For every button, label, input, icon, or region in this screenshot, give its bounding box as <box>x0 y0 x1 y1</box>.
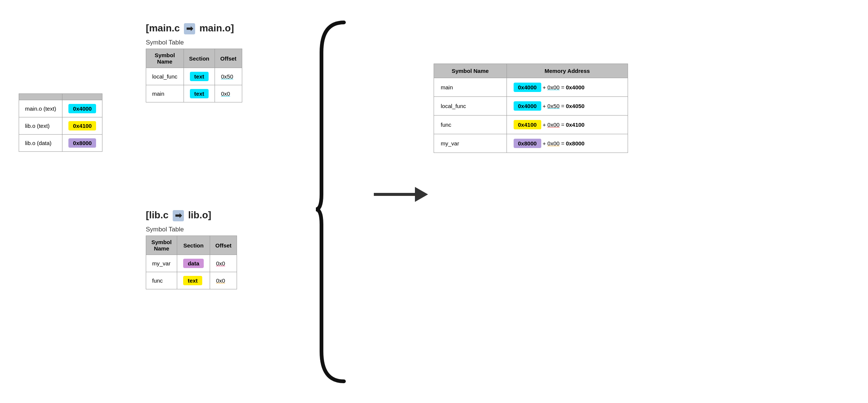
eq-sign: = <box>561 103 564 109</box>
eq-sign: = <box>561 140 564 147</box>
lib-symbol-label: Symbol Table <box>146 226 237 233</box>
layout-sections-panel: main.o (text) 0x4000 lib.o (text) 0x4100… <box>19 90 102 152</box>
layout-col-section <box>19 94 62 100</box>
section-badge: text <box>183 276 202 285</box>
lib-symbol-section: data <box>177 255 210 272</box>
eq-sign: = <box>561 121 564 128</box>
final-symbol-name: local_func <box>434 97 507 116</box>
memory-address-expr: 0x4100 + 0x00 = 0x4100 <box>514 120 585 129</box>
main-symbol-name: local_func <box>146 68 184 85</box>
lib-symbol-name: my_var <box>146 255 177 272</box>
plus-sign: + <box>543 140 546 147</box>
lib-symbol-offset: 0x0 <box>210 255 237 272</box>
lib-symbol-name: func <box>146 272 177 289</box>
offset-value: 0x50 <box>221 73 233 80</box>
offset-value: 0x0 <box>216 277 225 284</box>
main-compile-panel: [main.c ➡ main.o] Symbol Table SymbolNam… <box>146 22 242 102</box>
lib-symbol-offset: 0x0 <box>210 272 237 289</box>
lib-symbol-row: func text 0x0 <box>146 272 237 289</box>
main-compile-header: [main.c ➡ main.o] <box>146 22 242 34</box>
big-arrow <box>370 179 430 210</box>
main-symbol-name: main <box>146 85 184 102</box>
lib-compile-label2: lib.o] <box>188 209 211 221</box>
final-col-address: Memory Address <box>507 64 628 78</box>
result-value: 0x8000 <box>566 140 585 147</box>
main-col-offset: Offset <box>215 49 242 68</box>
layout-section-name: lib.o (text) <box>19 117 62 135</box>
offset-value: 0x00 <box>547 121 560 128</box>
lib-symbol-row: my_var data 0x0 <box>146 255 237 272</box>
result-value: 0x4000 <box>566 84 585 90</box>
final-memory-address: 0x4000 + 0x50 = 0x4050 <box>507 97 628 116</box>
lib-symbol-section: text <box>177 272 210 289</box>
result-value: 0x4050 <box>566 103 585 109</box>
main-symbol-offset: 0x50 <box>215 68 242 85</box>
svg-marker-1 <box>415 187 428 202</box>
main-symbol-section: text <box>184 68 215 85</box>
section-badge: text <box>190 72 209 81</box>
lib-symbol-table: SymbolName Section Offset my_var data 0x… <box>146 236 237 289</box>
main-symbol-row: main text 0x0 <box>146 85 242 102</box>
section-badge: text <box>190 89 209 98</box>
result-value: 0x4100 <box>566 121 585 128</box>
main-col-symbol: SymbolName <box>146 49 184 68</box>
final-symbol-name: my_var <box>434 134 507 153</box>
memory-address-expr: 0x8000 + 0x00 = 0x8000 <box>514 139 585 148</box>
layout-col-address <box>62 94 102 100</box>
main-symbol-offset: 0x0 <box>215 85 242 102</box>
final-symbol-name: func <box>434 116 507 134</box>
base-badge: 0x8000 <box>514 139 541 148</box>
eq-sign: = <box>561 84 564 90</box>
final-symbol-panel: Symbol Name Memory Address main 0x4000 +… <box>434 60 628 153</box>
main-symbol-table: SymbolName Section Offset local_func tex… <box>146 49 242 102</box>
final-symbol-row: my_var 0x8000 + 0x00 = 0x8000 <box>434 134 628 153</box>
plus-sign: + <box>543 84 546 90</box>
offset-value: 0x50 <box>547 103 560 109</box>
final-symbol-name: main <box>434 78 507 97</box>
layout-address-cell: 0x4000 <box>62 100 102 117</box>
final-symbol-table: Symbol Name Memory Address main 0x4000 +… <box>434 64 628 153</box>
lib-col-symbol: SymbolName <box>146 236 177 255</box>
layout-table-row: main.o (text) 0x4000 <box>19 100 102 117</box>
base-badge: 0x4100 <box>514 120 541 129</box>
main-compile-label1: [main.c <box>146 22 182 34</box>
memory-address-expr: 0x4000 + 0x50 = 0x4050 <box>514 101 585 111</box>
layout-address-cell: 0x4100 <box>62 117 102 135</box>
lib-col-section: Section <box>177 236 210 255</box>
plus-sign: + <box>543 103 546 109</box>
layout-section-name: lib.o (data) <box>19 135 62 152</box>
main-compile-label2: main.o] <box>199 22 234 34</box>
layout-sections-table: main.o (text) 0x4000 lib.o (text) 0x4100… <box>19 93 102 152</box>
plus-sign: + <box>543 121 546 128</box>
final-memory-address: 0x4100 + 0x00 = 0x4100 <box>507 116 628 134</box>
lib-compile-header: [lib.c ➡ lib.o] <box>146 209 237 221</box>
memory-address-expr: 0x4000 + 0x00 = 0x4000 <box>514 83 585 92</box>
page-container: main.o (text) 0x4000 lib.o (text) 0x4100… <box>0 0 868 403</box>
offset-value: 0x00 <box>547 84 560 90</box>
final-memory-address: 0x8000 + 0x00 = 0x8000 <box>507 134 628 153</box>
main-compile-arrow-icon: ➡ <box>184 23 195 34</box>
big-brace <box>314 15 359 390</box>
layout-table-row: lib.o (data) 0x8000 <box>19 135 102 152</box>
address-badge: 0x4100 <box>68 121 96 130</box>
lib-compile-label1: [lib.c <box>146 209 171 221</box>
final-symbol-row: local_func 0x4000 + 0x50 = 0x4050 <box>434 97 628 116</box>
offset-value: 0x00 <box>547 140 560 147</box>
address-badge: 0x8000 <box>68 138 96 148</box>
final-memory-address: 0x4000 + 0x00 = 0x4000 <box>507 78 628 97</box>
section-badge: data <box>183 259 204 268</box>
main-col-section: Section <box>184 49 215 68</box>
lib-compile-arrow-icon: ➡ <box>173 210 184 221</box>
final-symbol-row: func 0x4100 + 0x00 = 0x4100 <box>434 116 628 134</box>
final-col-name: Symbol Name <box>434 64 507 78</box>
lib-col-offset: Offset <box>210 236 237 255</box>
main-symbol-section: text <box>184 85 215 102</box>
layout-table-row: lib.o (text) 0x4100 <box>19 117 102 135</box>
main-symbol-label: Symbol Table <box>146 39 242 46</box>
final-symbol-row: main 0x4000 + 0x00 = 0x4000 <box>434 78 628 97</box>
layout-address-cell: 0x8000 <box>62 135 102 152</box>
offset-value: 0x0 <box>216 260 225 267</box>
base-badge: 0x4000 <box>514 101 541 111</box>
base-badge: 0x4000 <box>514 83 541 92</box>
main-symbol-row: local_func text 0x50 <box>146 68 242 85</box>
